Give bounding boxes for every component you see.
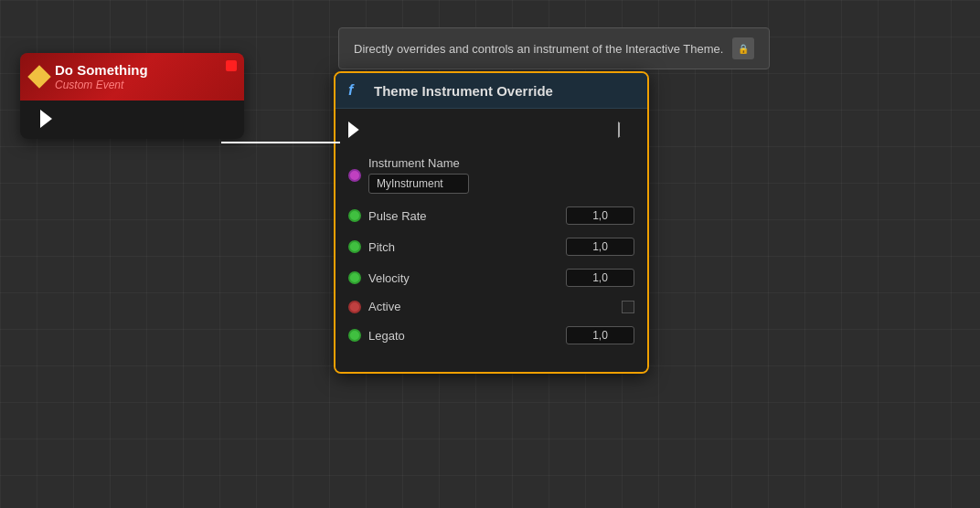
legato-input[interactable] — [566, 326, 634, 344]
instrument-name-block: Instrument Name — [368, 156, 469, 194]
pulse-rate-input[interactable] — [566, 206, 634, 225]
custom-event-title-block: Do Something Custom Event — [55, 62, 148, 91]
param-row-pulse-rate: Pulse Rate — [348, 206, 634, 225]
theme-node-title: Theme Instrument Override — [374, 83, 553, 99]
param-row-active: Active — [348, 300, 634, 313]
exec-pins-row — [348, 116, 634, 143]
param-row-pitch: Pitch — [348, 238, 634, 256]
pin-active[interactable] — [348, 301, 361, 313]
pin-legato[interactable] — [348, 329, 361, 342]
pin-pulse-rate[interactable] — [348, 209, 361, 222]
theme-node-header: f Theme Instrument Override — [336, 73, 647, 109]
param-row-velocity: Velocity — [348, 269, 634, 287]
instrument-name-label: Instrument Name — [368, 156, 469, 170]
diamond-icon — [27, 65, 50, 88]
exec-output-pin-right[interactable] — [618, 122, 634, 138]
pin-instrument-name[interactable] — [348, 169, 361, 182]
active-label: Active — [368, 300, 614, 313]
param-row-instrument-name: Instrument Name — [348, 156, 634, 194]
custom-event-subtitle: Custom Event — [55, 79, 148, 91]
legato-label: Legato — [368, 329, 559, 343]
pitch-label: Pitch — [368, 240, 559, 254]
tooltip-text: Directly overrides and controls an instr… — [354, 42, 723, 56]
theme-instrument-override-node: f Theme Instrument Override Instrument N… — [334, 71, 649, 374]
connection-line — [221, 142, 340, 143]
pin-pitch[interactable] — [348, 240, 361, 253]
pitch-input[interactable] — [566, 238, 634, 256]
tooltip-box: Directly overrides and controls an instr… — [338, 27, 770, 69]
red-dot-indicator — [226, 60, 237, 71]
exec-input-pin[interactable] — [348, 122, 365, 138]
instrument-name-input[interactable] — [368, 174, 469, 194]
active-checkbox[interactable] — [622, 301, 634, 313]
custom-event-body — [20, 101, 244, 139]
function-icon: f — [348, 82, 367, 99]
tooltip-icon: 🔒 — [732, 37, 754, 59]
custom-event-node: Do Something Custom Event — [20, 53, 244, 139]
exec-output-pin[interactable] — [40, 110, 59, 128]
pin-velocity[interactable] — [348, 271, 361, 284]
custom-event-header: Do Something Custom Event — [20, 53, 244, 101]
velocity-input[interactable] — [566, 269, 634, 287]
theme-node-body: Instrument Name Pulse Rate Pitch Velocit… — [336, 109, 647, 372]
param-row-legato: Legato — [348, 326, 634, 344]
custom-event-title: Do Something — [55, 62, 148, 79]
velocity-label: Velocity — [368, 271, 559, 285]
pulse-rate-label: Pulse Rate — [368, 209, 559, 223]
